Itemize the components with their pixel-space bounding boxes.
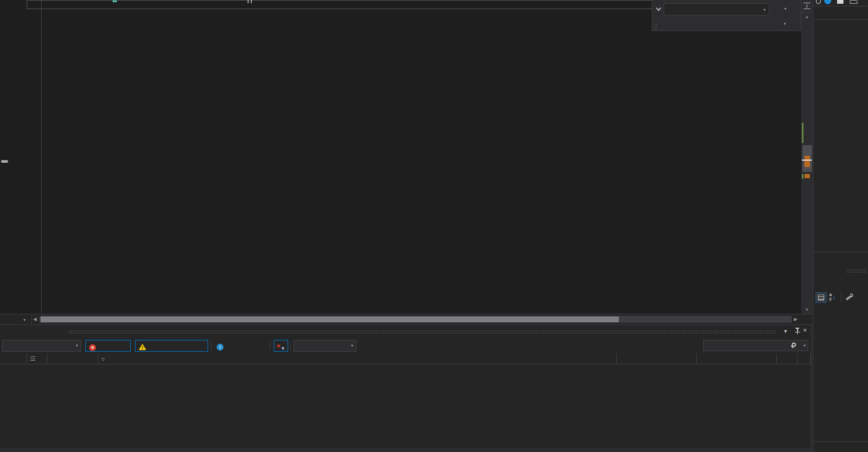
divider	[211, 342, 211, 350]
editor-horizontal-scrollbar[interactable]	[39, 316, 792, 323]
search-caret-icon[interactable]: ▾	[803, 340, 806, 351]
change-mark	[802, 123, 803, 143]
divider	[814, 441, 868, 442]
alphabetical-sort-button[interactable]: A Z ↓	[828, 292, 839, 303]
error-list-horizontal-scrollbar[interactable]	[0, 448, 811, 452]
history-caret-icon[interactable]: ▾	[763, 7, 766, 12]
funnel-icon: ▼	[281, 343, 285, 354]
find-options-caret-icon[interactable]: ▾	[784, 6, 786, 11]
expand-replace-chevron-icon[interactable]	[656, 6, 662, 11]
scrollbar-thumb[interactable]	[41, 316, 619, 322]
home-icon[interactable]	[837, 0, 843, 4]
scroll-left-arrow-icon[interactable]: ◀	[33, 316, 37, 322]
clipped-code-fragment	[251, 0, 252, 3]
scroll-right-arrow-icon[interactable]: ▶	[794, 316, 798, 322]
panel-drag-texture[interactable]	[68, 330, 776, 334]
fold-scope-line	[41, 0, 42, 313]
column-header-desc[interactable]: ▽	[101, 355, 105, 362]
divider	[31, 315, 31, 324]
find-popup: ▾ ▾ ▾	[652, 0, 801, 31]
editor-bottom-bar: ▾ ◀ ▶	[0, 314, 813, 324]
scroll-up-arrow-icon[interactable]: ▲	[801, 14, 813, 19]
property-pages-button[interactable]	[844, 292, 855, 303]
divider	[290, 342, 291, 350]
right-dock-panel: A Z ↓	[813, 0, 868, 452]
info-icon: i	[217, 344, 224, 351]
refresh-view-icon[interactable]	[850, 0, 857, 4]
errors-toggle-button[interactable]: ✕	[85, 340, 131, 352]
divider	[841, 294, 841, 302]
error-icon: ✕	[89, 344, 96, 351]
warning-icon: !	[139, 344, 146, 350]
vs-window: ▲ ▼ ▾ ◀ ▶ ▼ × ▾ ✕	[0, 0, 868, 452]
popup-drag-grip[interactable]	[654, 23, 657, 30]
divider	[811, 325, 811, 452]
categorized-icon	[818, 295, 824, 300]
editor-vertical-scrollbar[interactable]: ▲ ▼	[801, 0, 813, 314]
error-search-input[interactable]: ▾	[703, 340, 808, 351]
blue-toolbar-icon[interactable]	[824, 0, 831, 4]
filter-button[interactable]: ✕ ▼	[274, 340, 288, 352]
change-mark	[802, 174, 803, 179]
clipped-code-fragment	[113, 1, 117, 2]
caret-position-mark	[802, 160, 812, 161]
divider	[814, 252, 868, 252]
clipped-code-fragment	[248, 0, 249, 3]
warnings-toggle-button[interactable]: !	[135, 340, 208, 352]
table-header-row	[0, 353, 811, 364]
categorized-view-button[interactable]	[816, 292, 826, 303]
search-icon[interactable]	[792, 343, 796, 347]
pin-icon[interactable]	[794, 328, 801, 335]
severity-column-icon[interactable]	[30, 356, 35, 361]
current-line-margin-indicator	[1, 160, 8, 163]
scope-caret-icon[interactable]: ▾	[784, 21, 786, 26]
divider	[270, 342, 270, 350]
code-editor[interactable]	[0, 0, 801, 314]
editor-split-handle[interactable]	[801, 0, 813, 13]
close-icon[interactable]: ×	[803, 326, 807, 334]
zoom-caret-icon[interactable]: ▾	[23, 318, 26, 322]
error-scope-combo[interactable]: ▾	[2, 340, 81, 352]
search-result-mark	[805, 156, 810, 167]
find-input[interactable]: ▾	[664, 3, 769, 15]
search-result-mark	[805, 174, 810, 178]
panel-drag-texture[interactable]	[847, 269, 867, 273]
build-intellisense-combo[interactable]: ▾	[293, 340, 356, 352]
window-position-caret-icon[interactable]: ▼	[783, 329, 788, 334]
scroll-down-arrow-icon[interactable]: ▼	[801, 307, 813, 312]
solution-explorer-titlebar[interactable]	[814, 6, 868, 20]
messages-toggle-button[interactable]: i	[213, 340, 267, 352]
sync-icon[interactable]	[816, 0, 821, 4]
error-list-panel: ▼ × ▾ ✕ ! i ✕ ▼ ▾	[0, 324, 813, 452]
